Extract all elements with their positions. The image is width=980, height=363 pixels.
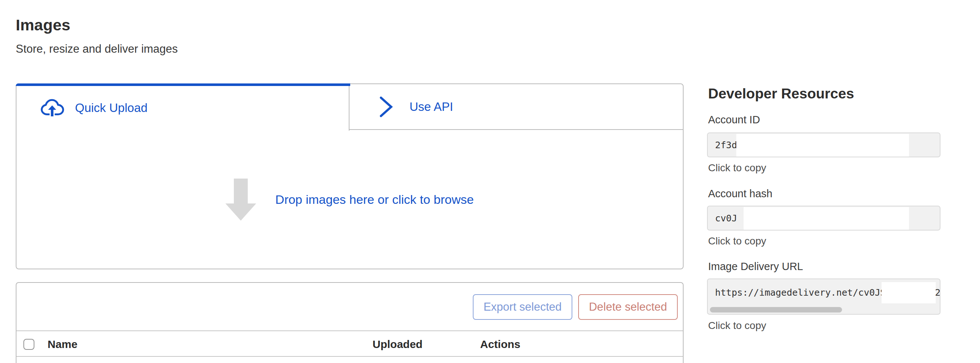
column-header-actions: Actions (480, 338, 520, 350)
upload-panel: Quick Upload Use API Drop images here or… (16, 83, 684, 269)
account-id-label: Account ID (708, 114, 760, 126)
tab-quick-upload-label: Quick Upload (75, 101, 148, 115)
column-header-name: Name (48, 338, 78, 350)
horizontal-scrollbar[interactable] (710, 307, 842, 312)
chevron-right-icon (378, 96, 394, 118)
cloud-upload-icon (41, 99, 65, 117)
redaction-overlay (881, 282, 936, 303)
table-toolbar: Export selected Delete selected (16, 283, 683, 330)
image-delivery-url-copy-hint: Click to copy (708, 320, 766, 331)
image-delivery-url-value: https://imagedelivery.net/cv0JSj (715, 287, 891, 298)
images-page: Images Store, resize and deliver images … (0, 0, 980, 363)
active-tab-indicator (16, 83, 350, 86)
export-selected-button[interactable]: Export selected (473, 294, 572, 320)
account-hash-value-box[interactable]: cv0J (707, 205, 940, 231)
select-all-checkbox[interactable] (24, 339, 34, 350)
page-subtitle: Store, resize and deliver images (16, 43, 178, 56)
image-delivery-url-value-box[interactable]: https://imagedelivery.net/cv0JSj 2 (707, 279, 940, 315)
down-arrow-icon (226, 178, 256, 221)
column-header-uploaded: Uploaded (372, 338, 423, 350)
dropzone-label: Drop images here or click to browse (275, 193, 474, 207)
images-table-card: Export selected Delete selected Name Upl… (16, 282, 684, 363)
redaction-overlay (736, 134, 909, 157)
image-dropzone[interactable]: Drop images here or click to browse (16, 131, 683, 269)
account-hash-value: cv0J (715, 213, 737, 224)
account-id-copy-hint: Click to copy (708, 162, 766, 174)
account-id-value-box[interactable]: 2f3d (707, 132, 940, 158)
account-hash-copy-hint: Click to copy (708, 235, 766, 247)
tab-quick-upload[interactable]: Quick Upload (16, 86, 349, 130)
developer-resources-heading: Developer Resources (708, 86, 854, 102)
image-delivery-url-label: Image Delivery URL (708, 261, 803, 272)
account-id-value: 2f3d (715, 140, 737, 150)
tab-separator (349, 83, 350, 131)
table-header-row: Name Uploaded Actions (16, 330, 683, 357)
account-hash-label: Account hash (708, 188, 773, 200)
page-title: Images (16, 16, 70, 34)
url-overflow-fragment: 2 (935, 287, 940, 298)
tab-use-api-label: Use API (409, 100, 453, 114)
delete-selected-button[interactable]: Delete selected (578, 294, 678, 320)
tab-use-api[interactable]: Use API (350, 84, 683, 130)
redaction-overlay (744, 207, 909, 230)
